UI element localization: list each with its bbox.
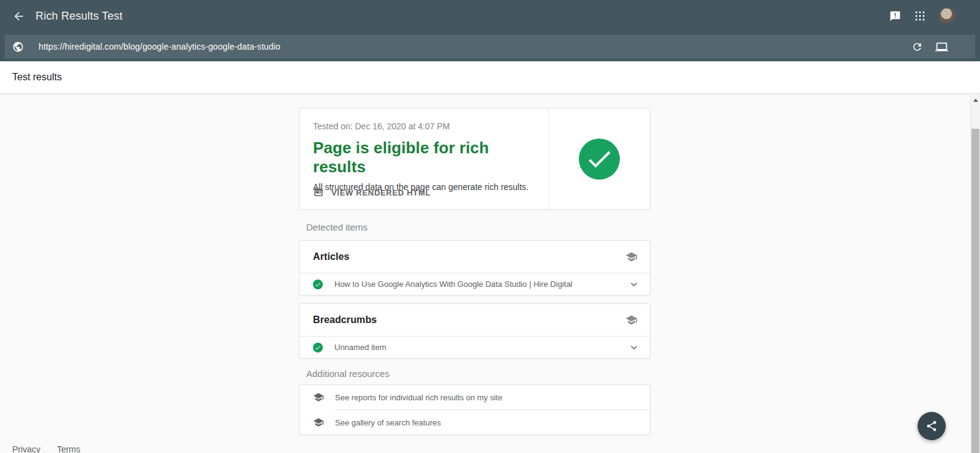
back-arrow-icon (12, 10, 25, 23)
detected-group-breadcrumbs: Breadcrumbs Unnamed item (299, 303, 650, 359)
result-headline: Page is eligible for rich results (313, 139, 535, 177)
device-preview-button[interactable] (935, 40, 948, 53)
url-input[interactable]: https://hiredigital.com/blog/google-anal… (5, 35, 975, 58)
back-button[interactable] (4, 1, 33, 31)
school-icon[interactable] (625, 314, 638, 326)
success-check-icon (313, 280, 323, 289)
detected-items-label: Detected items (299, 222, 650, 233)
vertical-scrollbar[interactable] (970, 95, 980, 453)
scroll-up-arrow-icon (973, 99, 978, 102)
resource-link-row[interactable]: See reports for individual rich results … (300, 385, 650, 409)
detected-item-text: Unnamed item (334, 343, 386, 352)
apps-grid-icon (914, 10, 925, 21)
additional-resources-label: Additional resources (299, 368, 650, 379)
refresh-button[interactable] (911, 41, 923, 53)
success-check-icon (579, 139, 620, 180)
privacy-link[interactable]: Privacy (12, 444, 40, 453)
school-icon (313, 392, 324, 403)
result-summary-card: Tested on: Dec 16, 2020 at 4:07 PM Page … (299, 108, 650, 210)
app-header: Rich Results Test (0, 0, 980, 32)
success-check-icon (313, 343, 323, 352)
footer: Privacy Terms (12, 444, 80, 453)
detected-item-text: How to Use Google Analytics With Google … (334, 280, 573, 289)
chevron-down-icon[interactable] (628, 341, 640, 354)
page-title: Test results (12, 72, 62, 83)
share-icon (925, 420, 938, 432)
resource-link-row[interactable]: See gallery of search features (300, 410, 650, 435)
tested-on-timestamp: Tested on: Dec 16, 2020 at 4:07 PM (313, 121, 535, 131)
result-status-panel (548, 108, 650, 209)
resource-link-text: See gallery of search features (335, 418, 441, 427)
main-content: Tested on: Dec 16, 2020 at 4:07 PM Page … (299, 108, 650, 435)
apps-grid-button[interactable] (914, 10, 925, 21)
school-icon (313, 417, 324, 428)
group-title: Articles (313, 251, 350, 262)
feedback-icon (889, 10, 901, 22)
globe-icon (12, 41, 24, 53)
scrollbar-thumb[interactable] (971, 129, 979, 453)
feedback-button[interactable] (889, 10, 901, 22)
view-rendered-html-button[interactable]: VIEW RENDERED HTML (313, 187, 431, 198)
group-header: Breadcrumbs (300, 304, 650, 336)
app-title: Rich Results Test (36, 10, 123, 23)
scroll-up-button[interactable] (971, 95, 980, 105)
rendered-html-window-icon (313, 187, 324, 198)
group-title: Breadcrumbs (313, 314, 377, 325)
group-header: Articles (300, 241, 650, 273)
share-button[interactable] (918, 412, 946, 440)
detected-item-row[interactable]: How to Use Google Analytics With Google … (300, 273, 650, 295)
url-text: https://hiredigital.com/blog/google-anal… (39, 42, 281, 51)
device-icon (935, 40, 948, 53)
chevron-down-icon[interactable] (628, 278, 640, 291)
resource-link-text: See reports for individual rich results … (335, 393, 502, 402)
url-bar-row: https://hiredigital.com/blog/google-anal… (0, 32, 980, 61)
detected-item-row[interactable]: Unnamed item (300, 336, 650, 358)
avatar[interactable] (939, 8, 956, 25)
refresh-icon (911, 41, 923, 53)
terms-link[interactable]: Terms (57, 444, 80, 453)
results-toolbar: Test results (0, 61, 980, 94)
detected-group-articles: Articles How to Use Google Analytics Wit… (299, 240, 650, 295)
additional-resources-card: See reports for individual rich results … (299, 384, 650, 435)
school-icon[interactable] (625, 251, 638, 263)
